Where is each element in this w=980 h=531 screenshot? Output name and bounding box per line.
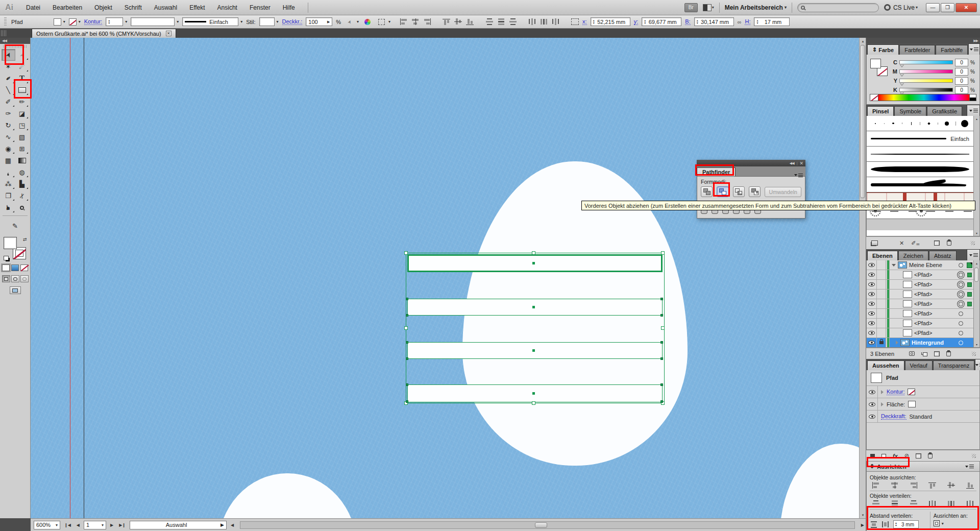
layer-thumbnail[interactable] bbox=[903, 329, 912, 336]
x-label[interactable]: x: bbox=[582, 18, 587, 25]
default-fill-stroke-icon[interactable] bbox=[4, 256, 9, 260]
anchor-point[interactable] bbox=[660, 341, 663, 344]
screen-mode-button[interactable] bbox=[10, 286, 21, 294]
layer-name[interactable]: <Pfad> bbox=[914, 281, 932, 287]
collapse-icon[interactable]: ◀◀ bbox=[790, 161, 794, 165]
visibility-toggle[interactable] bbox=[867, 386, 878, 398]
remove-brush-stroke-icon[interactable]: ✕ bbox=[899, 240, 904, 247]
tab-farbe[interactable]: ⇕Farbe bbox=[867, 44, 899, 55]
resize-grip[interactable] bbox=[972, 454, 976, 458]
resize-grip[interactable] bbox=[971, 241, 975, 245]
draw-inside-button[interactable] bbox=[20, 275, 29, 282]
disclosure-icon[interactable] bbox=[896, 341, 898, 345]
spinner-icon[interactable]: ▶ bbox=[327, 20, 330, 24]
bridge-button[interactable]: Br bbox=[684, 3, 698, 12]
tool-slice[interactable]: ✂ bbox=[15, 190, 29, 202]
toolbar-collapse-button[interactable]: ◀◀ bbox=[0, 38, 30, 44]
selection-indicator[interactable] bbox=[965, 302, 973, 306]
layer-thumbnail[interactable] bbox=[903, 320, 912, 327]
tab-symbole[interactable]: Symbole bbox=[894, 106, 926, 116]
chevron-down-icon[interactable]: ▾ bbox=[177, 19, 179, 24]
fill-attribute-row[interactable]: Fläche: bbox=[867, 398, 979, 411]
target-toggle[interactable] bbox=[957, 311, 965, 316]
new-layer-icon[interactable] bbox=[934, 351, 940, 356]
unite-button[interactable] bbox=[701, 186, 713, 197]
new-fill-icon[interactable] bbox=[881, 454, 886, 458]
height-label[interactable]: H: bbox=[745, 18, 750, 25]
menu-auswahl[interactable]: Auswahl bbox=[149, 3, 183, 13]
selection-indicator[interactable] bbox=[965, 292, 973, 297]
next-artboard-button[interactable]: ▶ bbox=[109, 523, 115, 527]
panel-scrollbar[interactable]: ▴ ▾ bbox=[973, 116, 979, 236]
menu-fenster[interactable]: Fenster bbox=[244, 3, 276, 13]
distribute-h-right-icon[interactable] bbox=[552, 18, 560, 25]
color-spectrum-bar[interactable] bbox=[870, 94, 976, 101]
vertical-scrollbar[interactable]: ▴ ▾ bbox=[859, 38, 866, 518]
y-label[interactable]: y: bbox=[634, 18, 639, 25]
bbox-handle-nw[interactable] bbox=[404, 251, 408, 255]
tool-hand[interactable]: ☛ bbox=[2, 202, 15, 213]
brush-item[interactable] bbox=[920, 123, 938, 125]
pathfinder-titlebar[interactable]: ◀◀ | ✕ bbox=[697, 160, 805, 166]
layer-row[interactable]: <Pfad> bbox=[867, 299, 973, 309]
add-effect-button[interactable]: fx bbox=[893, 453, 898, 459]
distribute-h-right-icon[interactable] bbox=[966, 500, 974, 507]
scrollbar-thumb[interactable] bbox=[535, 522, 547, 528]
draw-normal-button[interactable] bbox=[2, 275, 10, 282]
delete-layer-icon[interactable] bbox=[946, 351, 951, 356]
first-artboard-button[interactable]: ❙◀ bbox=[63, 523, 72, 527]
lock-toggle[interactable] bbox=[877, 338, 886, 347]
selection-indicator[interactable] bbox=[965, 262, 973, 268]
egg-shape-bottom-left[interactable] bbox=[217, 473, 357, 518]
brush-item[interactable] bbox=[885, 123, 902, 124]
chevron-down-icon[interactable]: ▾ bbox=[388, 19, 390, 24]
tool-pen[interactable]: ✒ bbox=[2, 73, 15, 84]
visibility-toggle[interactable] bbox=[867, 299, 877, 308]
distribute-v-center-icon[interactable] bbox=[891, 500, 899, 507]
layer-row[interactable]: <Pfad> bbox=[867, 328, 973, 338]
distribute-h-left-icon[interactable] bbox=[528, 18, 536, 25]
tool-rotate[interactable]: ↻ bbox=[2, 119, 15, 131]
tab-verlauf[interactable]: Verlauf bbox=[905, 360, 933, 370]
menu-hilfe[interactable]: Hilfe bbox=[277, 3, 301, 13]
document-tab[interactable]: Ostern Grußkarte.ai* bei 600 % (CMYK/Vor… bbox=[32, 29, 176, 38]
width-label[interactable]: B: bbox=[685, 18, 690, 25]
anchor-point[interactable] bbox=[660, 357, 663, 360]
fill-stroke-proxy[interactable] bbox=[870, 59, 888, 76]
scroll-down-icon[interactable]: ▾ bbox=[976, 231, 977, 235]
cyan-slider[interactable] bbox=[899, 60, 953, 64]
tab-farbhilfe[interactable]: Farbhilfe bbox=[936, 45, 968, 55]
layer-row[interactable]: <Pfad> bbox=[867, 270, 973, 280]
anchor-point[interactable] bbox=[660, 400, 663, 403]
disclosure-icon[interactable] bbox=[881, 390, 884, 394]
align-h-center-icon[interactable] bbox=[411, 18, 420, 25]
anchor-point[interactable] bbox=[406, 383, 408, 386]
selected-rectangle-2[interactable] bbox=[407, 299, 663, 316]
brush-libraries-icon[interactable] bbox=[871, 240, 878, 246]
yellow-slider[interactable] bbox=[899, 79, 953, 83]
intersect-button[interactable] bbox=[733, 186, 745, 197]
fill-color-swatch[interactable] bbox=[4, 237, 17, 249]
stroke-swatch[interactable] bbox=[69, 18, 77, 26]
stroke-weight-link[interactable]: Kontur: bbox=[84, 18, 102, 25]
lock-toggle[interactable] bbox=[877, 280, 886, 289]
tool-gradient[interactable] bbox=[15, 155, 29, 166]
brush-item[interactable] bbox=[902, 122, 920, 125]
paint-none-button[interactable] bbox=[20, 264, 28, 271]
layer-thumbnail[interactable] bbox=[903, 300, 912, 307]
chevron-down-icon[interactable]: ▾ bbox=[240, 19, 242, 24]
anchor-point[interactable] bbox=[660, 314, 663, 317]
tab-absatz[interactable]: Absatz bbox=[929, 251, 957, 260]
layer-thumbnail[interactable] bbox=[903, 310, 912, 317]
align-top-icon[interactable] bbox=[443, 18, 451, 25]
new-brush-icon[interactable] bbox=[934, 240, 940, 246]
black-slider[interactable] bbox=[899, 88, 953, 92]
expand-button[interactable]: Umwandeln bbox=[765, 187, 801, 197]
layer-row[interactable]: <Pfad> bbox=[867, 319, 973, 328]
stroke-link[interactable]: Kontur: bbox=[887, 389, 904, 395]
menu-ansicht[interactable]: Ansicht bbox=[212, 3, 243, 13]
brush-options-icon[interactable]: ✐⚌ bbox=[911, 240, 919, 247]
align-v-center-icon[interactable] bbox=[454, 18, 462, 25]
target-toggle[interactable] bbox=[957, 292, 965, 297]
align-right-icon[interactable] bbox=[423, 18, 431, 25]
